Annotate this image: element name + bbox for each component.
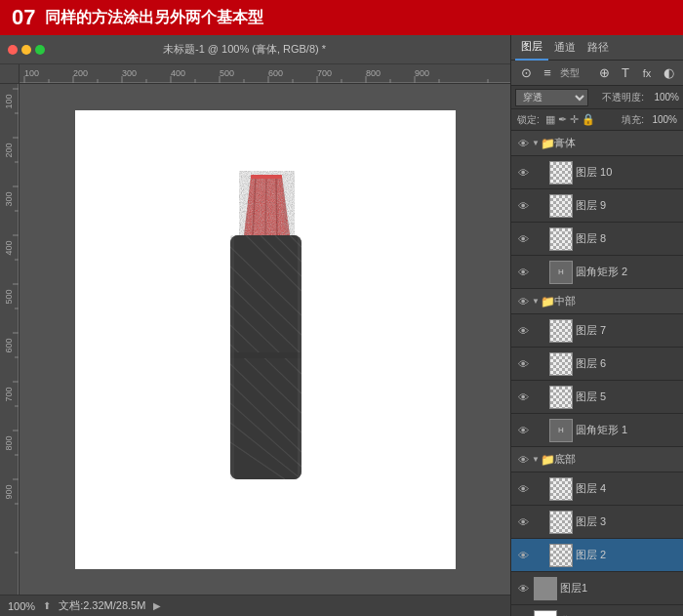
layer-item[interactable]: 👁图层 3 xyxy=(511,506,683,539)
svg-text:600: 600 xyxy=(4,338,14,352)
doc-size: 文档:2.32M/28.5M xyxy=(59,598,145,613)
arrow-right-icon[interactable]: ▶ xyxy=(153,600,161,611)
maximize-button[interactable] xyxy=(35,45,45,55)
lock-row: 锁定: ▦ ✒ ✛ 🔒 填充: 100% xyxy=(511,109,683,131)
svg-text:100: 100 xyxy=(24,68,39,78)
layer-name: 图层 7 xyxy=(576,323,679,338)
eye-visibility-icon[interactable]: 👁 xyxy=(515,581,531,596)
svg-line-66 xyxy=(276,177,277,235)
layer-thumbnail xyxy=(549,544,573,567)
layer-item[interactable]: 👁▼📁中部 xyxy=(511,289,683,314)
minimize-button[interactable] xyxy=(21,45,31,55)
layer-name: 图层 9 xyxy=(576,198,679,213)
eye-visibility-icon[interactable]: 👁 xyxy=(515,136,531,151)
svg-line-65 xyxy=(265,177,266,235)
layer-item[interactable]: 👁图层 6 xyxy=(511,348,683,381)
text-icon[interactable]: T xyxy=(617,64,634,82)
blend-mode-select[interactable]: 穿透 正常 溶解 正片叠底 滤色 xyxy=(515,89,588,106)
layer-item[interactable]: 👁图层 7 xyxy=(511,314,683,348)
layer-item[interactable]: 👁图层 4 xyxy=(511,472,683,506)
tab-paths[interactable]: 路径 xyxy=(582,35,615,61)
panel-icons-row: ⊙ ≡ 类型 ⊕ T fx ◐ xyxy=(511,61,683,86)
lipstick-drawing xyxy=(197,140,334,511)
expand-icon[interactable]: ▼ xyxy=(531,297,541,307)
eye-visibility-icon[interactable]: 👁 xyxy=(515,514,531,530)
eye-visibility-icon[interactable]: 👁 xyxy=(515,265,531,280)
close-button[interactable] xyxy=(8,45,18,55)
horizontal-ruler: 100 200 300 400 500 600 700 800 xyxy=(20,64,510,84)
eye-visibility-icon[interactable]: 👁 xyxy=(515,423,531,438)
layer-item[interactable]: 👁背景 xyxy=(511,605,683,616)
bottom-bar: 100% ⬆ 文档:2.32M/28.5M ▶ xyxy=(0,595,510,616)
eye-visibility-icon[interactable]: 👁 xyxy=(515,390,531,405)
layer-item[interactable]: 👁图层 8 xyxy=(511,223,683,256)
svg-text:300: 300 xyxy=(4,191,14,206)
panel-tabs: 图层 通道 路径 xyxy=(511,35,683,61)
layer-item[interactable]: 👁图层 2 xyxy=(511,539,683,572)
layer-item[interactable]: 👁H圆角矩形 2 xyxy=(511,256,683,289)
eye-visibility-icon[interactable]: 👁 xyxy=(515,165,531,181)
svg-text:500: 500 xyxy=(220,68,234,78)
layer-thumbnail xyxy=(549,319,573,343)
layer-type-icon[interactable]: ≡ xyxy=(539,64,556,82)
title-bar-left xyxy=(8,45,45,55)
fx-icon[interactable]: fx xyxy=(638,64,656,82)
layer-thumbnail: H xyxy=(549,419,573,442)
eye-visibility-icon[interactable]: 👁 xyxy=(515,198,531,214)
tab-channels[interactable]: 通道 xyxy=(548,35,582,61)
folder-icon: 📁 xyxy=(541,295,554,308)
ruler-row: 100 200 300 400 500 600 700 800 xyxy=(0,64,510,84)
layer-name: 膏体 xyxy=(554,136,679,150)
eye-visibility-icon[interactable]: 👁 xyxy=(515,294,531,309)
document-title: 未标题-1 @ 100% (膏体, RGB/8) * xyxy=(163,42,326,57)
layers-list[interactable]: 👁▼📁膏体👁图层 10👁图层 9👁图层 8👁H圆角矩形 2👁▼📁中部👁图层 7👁… xyxy=(511,131,683,616)
adjust-icon[interactable]: ◐ xyxy=(660,64,677,82)
layer-item[interactable]: 👁H圆角矩形 1 xyxy=(511,414,683,447)
svg-text:700: 700 xyxy=(4,387,14,401)
svg-rect-87 xyxy=(230,352,301,358)
expand-icon[interactable]: ▼ xyxy=(531,455,541,465)
layer-name: 图层 10 xyxy=(576,165,679,180)
lock-all-icon[interactable]: 🔒 xyxy=(582,113,595,126)
fill-value: 100% xyxy=(648,114,677,125)
eye-visibility-icon[interactable]: 👁 xyxy=(515,356,531,372)
export-icon[interactable]: ⬆ xyxy=(43,600,51,611)
layer-name: 圆角矩形 2 xyxy=(576,265,679,279)
svg-text:100: 100 xyxy=(4,94,14,108)
svg-text:900: 900 xyxy=(4,484,14,499)
folder-icon: 📁 xyxy=(541,453,554,467)
lock-paint-icon[interactable]: ✒ xyxy=(558,113,567,126)
layer-item[interactable]: 👁▼📁底部 xyxy=(511,447,683,472)
link-icon[interactable]: ⊕ xyxy=(595,64,613,82)
layer-name: 图层 5 xyxy=(576,390,679,404)
layer-item[interactable]: 👁图层1 xyxy=(511,572,683,605)
lipstick-top xyxy=(244,175,290,235)
eye-visibility-icon[interactable]: 👁 xyxy=(515,452,531,468)
layer-filter-icon[interactable]: ⊙ xyxy=(517,64,535,82)
eye-visibility-icon[interactable]: 👁 xyxy=(515,231,531,247)
layers-panel: 图层 通道 路径 ⊙ ≡ 类型 ⊕ T fx ◐ 穿透 正常 溶解 xyxy=(510,35,683,616)
layer-item[interactable]: 👁图层 5 xyxy=(511,381,683,414)
eye-visibility-icon[interactable]: 👁 xyxy=(515,481,531,497)
layer-item[interactable]: 👁▼📁膏体 xyxy=(511,131,683,156)
eye-visibility-icon[interactable]: 👁 xyxy=(515,548,531,563)
layer-thumbnail xyxy=(549,194,573,218)
layer-name: 图层 2 xyxy=(576,548,679,562)
zoom-level: 100% xyxy=(8,600,35,612)
layer-item[interactable]: 👁图层 9 xyxy=(511,189,683,223)
expand-icon[interactable]: ▼ xyxy=(531,139,541,148)
svg-text:400: 400 xyxy=(4,240,14,255)
lock-transparency-icon[interactable]: ▦ xyxy=(545,113,555,126)
layer-name: 图层1 xyxy=(560,581,679,595)
blend-mode-row: 穿透 正常 溶解 正片叠底 滤色 不透明度: 100% xyxy=(511,86,683,109)
svg-rect-88 xyxy=(230,235,234,479)
svg-text:200: 200 xyxy=(73,68,88,78)
layer-thumbnail xyxy=(534,610,557,617)
eye-visibility-icon[interactable]: 👁 xyxy=(515,323,531,339)
layer-item[interactable]: 👁图层 10 xyxy=(511,156,683,189)
svg-rect-68 xyxy=(251,175,282,179)
lock-position-icon[interactable]: ✛ xyxy=(570,113,579,126)
svg-text:900: 900 xyxy=(415,68,429,78)
tab-layers[interactable]: 图层 xyxy=(515,35,548,61)
layer-name: 图层 6 xyxy=(576,356,679,371)
